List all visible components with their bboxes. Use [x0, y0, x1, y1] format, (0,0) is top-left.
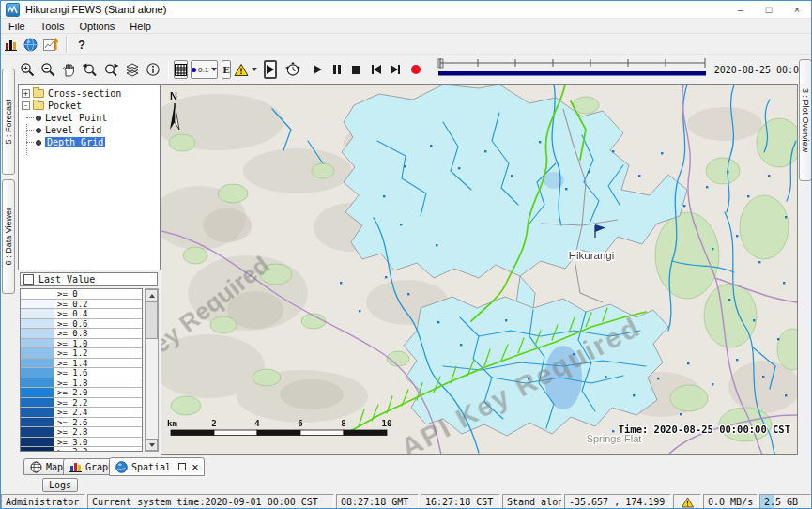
tree-item-cross-section[interactable]: + Cross-section: [22, 87, 160, 100]
skip-to-start-button[interactable]: [372, 60, 381, 79]
legend-swatch: [21, 368, 54, 378]
legend-swatch: [21, 427, 54, 437]
info-icon[interactable]: [146, 60, 161, 79]
scale-dot-icon: [192, 68, 196, 72]
legend-row[interactable]: >= 1.6: [21, 368, 142, 378]
warning-threshold-dropdown[interactable]: [234, 60, 257, 79]
record-button[interactable]: [411, 60, 421, 79]
pan-hand-icon[interactable]: [61, 60, 76, 79]
zoom-in-icon[interactable]: [20, 60, 35, 79]
legend-row[interactable]: >= 1.2: [21, 348, 142, 359]
tab-plot-overview[interactable]: 3 : Plot Overview: [799, 59, 812, 181]
map-canvas[interactable]: API Key Required API Key Required Hikura…: [161, 84, 798, 455]
stop-button[interactable]: [352, 60, 360, 79]
undock-icon[interactable]: [178, 463, 186, 470]
tab-forecast[interactable]: 5 : Forecast: [2, 69, 15, 175]
legend-panel: Last Value >= 0 >= 0.2 >= 0.4 >= 0.6 >= …: [18, 272, 161, 455]
skip-to-end-button[interactable]: [391, 60, 400, 79]
menu-options[interactable]: Options: [71, 21, 122, 32]
legend-row[interactable]: >= 0.6: [21, 319, 142, 330]
tree-item-level-grid[interactable]: Level Grid: [22, 124, 160, 136]
wireframe-globe-icon: [30, 461, 42, 473]
labels-toggle-button[interactable]: E: [222, 60, 231, 79]
legend-row[interactable]: >= 2.0: [21, 388, 142, 398]
scroll-up-button[interactable]: [146, 289, 158, 301]
expander-icon[interactable]: +: [22, 89, 30, 98]
legend-swatch: [21, 438, 54, 447]
menu-help[interactable]: Help: [122, 21, 159, 32]
legend-row[interactable]: >= 1.8: [21, 378, 142, 389]
status-local-time: 16:27:18 CST: [421, 494, 500, 509]
timeseries-dialog-icon[interactable]: [43, 35, 58, 54]
minimize-button[interactable]: –: [727, 1, 755, 18]
legend-swatch: [21, 447, 54, 452]
legend-swatch: [21, 348, 54, 358]
close-button[interactable]: ×: [783, 1, 811, 18]
legend-row[interactable]: >= 2.8: [21, 427, 142, 438]
tab-spatial[interactable]: Spatial ✕: [109, 457, 205, 476]
legend-table: >= 0 >= 0.2 >= 0.4 >= 0.6 >= 0.8 >= 1.0 …: [20, 288, 143, 452]
legend-row[interactable]: >= 0.4: [21, 309, 142, 319]
layers-icon[interactable]: [125, 60, 140, 79]
zoom-out-icon[interactable]: [40, 60, 55, 79]
memory-text: 2.5 GB: [764, 497, 798, 507]
scale-value: 0.1: [198, 66, 208, 74]
legend-row[interactable]: >= 3.0: [21, 438, 142, 448]
labels-letter: E: [222, 65, 230, 75]
last-value-checkbox[interactable]: [23, 274, 34, 285]
close-tab-icon[interactable]: ✕: [192, 462, 198, 471]
svg-text:8: 8: [341, 419, 345, 428]
help-button[interactable]: ?: [78, 38, 85, 52]
pause-button[interactable]: [333, 60, 341, 79]
play-button[interactable]: [314, 60, 322, 79]
legend-row[interactable]: >= 2.2: [21, 398, 142, 409]
svg-text:6: 6: [298, 419, 302, 428]
grid-display-button[interactable]: [174, 60, 188, 79]
title-bar: Hikurangi FEWS (Stand alone) – □ ×: [1, 1, 811, 19]
layer-bullet-icon: [36, 116, 41, 121]
zoom-next-icon[interactable]: [103, 60, 119, 79]
legend-row[interactable]: >= 0.8: [21, 329, 142, 339]
bottom-tab-bar: Map Graph Spatial ✕ Logs: [18, 455, 798, 494]
left-tab-strip: 5 : Forecast 6 : Data Viewer: [1, 84, 18, 494]
legend-row[interactable]: >= 1.4: [21, 359, 142, 369]
menu-bar: File Tools Options Help: [1, 19, 811, 34]
maximize-button[interactable]: □: [755, 1, 783, 18]
timer-settings-icon[interactable]: [284, 60, 301, 79]
legend-swatch: [21, 388, 54, 397]
scroll-down-button[interactable]: [146, 439, 158, 451]
tree-item-depth-grid[interactable]: Depth Grid: [22, 136, 160, 148]
map-time-label: Time: 2020-08-25 00:00:00 CST: [619, 424, 790, 435]
logs-button[interactable]: Logs: [42, 478, 78, 492]
status-network-rate: 0.0 MB/s: [703, 494, 758, 509]
globe-icon: [115, 461, 128, 473]
tree-item-level-point[interactable]: Level Point: [22, 112, 160, 124]
legend-swatch: [21, 398, 54, 408]
tree-item-pocket[interactable]: - Pocket: [22, 100, 160, 112]
explorer-chart-icon[interactable]: [4, 35, 18, 54]
legend-row[interactable]: >= 3.2: [21, 447, 142, 452]
svg-text:N: N: [170, 90, 177, 101]
folder-icon: [33, 89, 44, 98]
scrollbar-thumb[interactable]: [146, 301, 158, 339]
menu-file[interactable]: File: [1, 21, 33, 32]
legend-scrollbar[interactable]: [145, 288, 159, 452]
legend-row[interactable]: >= 2.6: [21, 418, 142, 428]
menu-tools[interactable]: Tools: [33, 21, 72, 32]
zoom-previous-icon[interactable]: [82, 60, 98, 79]
animation-button[interactable]: [264, 60, 277, 79]
classbreaks-scale-dropdown[interactable]: 0.1: [191, 60, 218, 79]
tab-data-viewer[interactable]: 6 : Data Viewer: [2, 179, 15, 294]
legend-row[interactable]: >= 0: [21, 289, 142, 300]
bar-chart-icon: [69, 461, 82, 472]
expander-icon[interactable]: -: [22, 101, 30, 110]
legend-row[interactable]: >= 0.2: [21, 300, 142, 310]
legend-swatch: [21, 289, 54, 299]
legend-row[interactable]: >= 2.4: [21, 408, 142, 418]
legend-row[interactable]: >= 1.0: [21, 339, 142, 349]
globe-icon[interactable]: [23, 35, 38, 54]
layer-bullet-icon: [36, 140, 41, 146]
legend-swatch: [21, 300, 54, 309]
time-slider[interactable]: [437, 56, 709, 83]
map-toolbar: 0.1 E: [1, 54, 811, 84]
